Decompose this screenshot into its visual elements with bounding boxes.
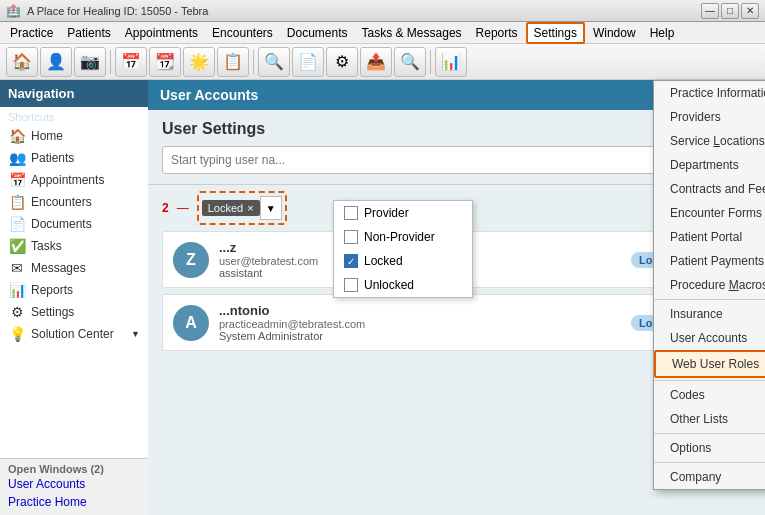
menu-item-patient-portal[interactable]: Patient Portal [654,225,765,249]
toolbar-home[interactable]: 🏠 [6,47,38,77]
menu-item-practice-information[interactable]: Practice Information [654,81,765,105]
encounters-icon: 📋 [8,194,26,210]
menu-item-codes[interactable]: Codes ▶ [654,383,765,407]
sidebar-item-documents[interactable]: 📄 Documents [0,213,148,235]
menu-separator [654,462,765,463]
sidebar-item-settings[interactable]: ⚙ Settings [0,301,148,323]
toolbar-search-patient[interactable]: 🔍 [258,47,290,77]
toolbar-appt[interactable]: 📋 [217,47,249,77]
filter-option-unlocked[interactable]: Unlocked [334,273,472,297]
menu-item-patient-payments[interactable]: Patient Payments [654,249,765,273]
filter-option-non-provider[interactable]: Non-Provider [334,225,472,249]
menu-item-user-accounts[interactable]: User Accounts [654,326,765,350]
menu-item-procedure-macros[interactable]: Procedure Macros [654,273,765,297]
menu-item-departments[interactable]: Departments [654,153,765,177]
filter-step-label: 2 [162,201,169,215]
settings-icon: ⚙ [8,304,26,320]
sidebar: Navigation Shortcuts 🏠 Home 👥 Patients 📅… [0,80,148,515]
toolbar-doc[interactable]: 📄 [292,47,324,77]
menu-window[interactable]: Window [587,24,642,42]
menu-item-options[interactable]: Options ▶ [654,436,765,460]
minimize-button[interactable]: — [701,3,719,19]
toolbar-schedule[interactable]: 📅 [115,47,147,77]
menu-encounters[interactable]: Encounters [206,24,279,42]
toolbar-patient[interactable]: 👤 [40,47,72,77]
filter-dash: — [177,201,189,215]
menu-item-company[interactable]: Company ▶ [654,465,765,489]
sidebar-item-tasks[interactable]: ✅ Tasks [0,235,148,257]
content-title: User Accounts [160,87,258,103]
toolbar-upload[interactable]: 📤 [360,47,392,77]
open-window-practice-home[interactable]: Practice Home [8,493,140,511]
filter-options-popup: Provider Non-Provider ✓ Locked Unlocked [333,200,473,298]
toolbar-calendar[interactable]: 📆 [149,47,181,77]
sidebar-item-home-label: Home [31,129,63,143]
menu-help[interactable]: Help [644,24,681,42]
menu-item-insurance[interactable]: Insurance ▶ [654,302,765,326]
menu-item-other-lists[interactable]: Other Lists ▶ [654,407,765,431]
sidebar-item-solution-center[interactable]: 💡 Solution Center ▼ [0,323,148,345]
avatar: A [173,305,209,341]
toolbar-lock[interactable]: ⚙ [326,47,358,77]
menu-separator [654,433,765,434]
user-info: ...ntonio practiceadmin@tebratest.com Sy… [219,303,621,342]
window-controls[interactable]: — □ ✕ [701,3,759,19]
menu-reports[interactable]: Reports [470,24,524,42]
filter-option-locked[interactable]: ✓ Locked [334,249,472,273]
filter-tag-locked[interactable]: Locked × [202,200,260,216]
user-search-input[interactable] [162,146,681,174]
toolbar-photo[interactable]: 📷 [74,47,106,77]
toolbar: 🏠 👤 📷 📅 📆 🌟 📋 🔍 📄 ⚙ 📤 🔍 📊 [0,44,765,80]
menu-settings[interactable]: Settings [526,22,585,44]
sidebar-item-tasks-label: Tasks [31,239,62,253]
toolbar-service[interactable]: 🌟 [183,47,215,77]
menu-item-encounter-forms[interactable]: Encounter Forms [654,201,765,225]
solution-center-icon: 💡 [8,326,26,342]
maximize-button[interactable]: □ [721,3,739,19]
menu-bar: Practice Patients Appointments Encounter… [0,22,765,44]
messages-icon: ✉ [8,260,26,276]
app-icon: 🏥 [6,4,21,18]
sidebar-item-appointments-label: Appointments [31,173,104,187]
sidebar-item-home[interactable]: 🏠 Home [0,125,148,147]
sidebar-item-reports[interactable]: 📊 Reports [0,279,148,301]
menu-patients[interactable]: Patients [61,24,116,42]
sidebar-item-documents-label: Documents [31,217,92,231]
provider-checkbox[interactable] [344,206,358,220]
home-icon: 🏠 [8,128,26,144]
unlocked-label: Unlocked [364,278,414,292]
open-window-user-accounts[interactable]: User Accounts [8,475,140,493]
provider-label: Provider [364,206,409,220]
menu-tasks-messages[interactable]: Tasks & Messages [356,24,468,42]
sidebar-item-messages[interactable]: ✉ Messages [0,257,148,279]
menu-practice[interactable]: Practice [4,24,59,42]
sidebar-item-appointments[interactable]: 📅 Appointments [0,169,148,191]
menu-item-providers[interactable]: Providers [654,105,765,129]
menu-item-contracts-fees[interactable]: Contracts and Fees [654,177,765,201]
sidebar-item-encounters-label: Encounters [31,195,92,209]
toolbar-extra[interactable]: 📊 [435,47,467,77]
toolbar-search2[interactable]: 🔍 [394,47,426,77]
filter-tag-close-icon[interactable]: × [247,202,253,214]
sidebar-item-encounters[interactable]: 📋 Encounters [0,191,148,213]
close-window-button[interactable]: ✕ [741,3,759,19]
locked-checkbox[interactable]: ✓ [344,254,358,268]
menu-separator [654,380,765,381]
sidebar-item-patients[interactable]: 👥 Patients [0,147,148,169]
menu-item-web-user-roles[interactable]: Web User Roles [654,350,765,378]
sidebar-item-patients-label: Patients [31,151,74,165]
locked-label: Locked [364,254,403,268]
filter-option-provider[interactable]: Provider [334,201,472,225]
appointments-icon: 📅 [8,172,26,188]
menu-item-service-locations[interactable]: Service Locations [654,129,765,153]
filter-dropdown[interactable]: Locked × ▼ [202,196,282,220]
non-provider-checkbox[interactable] [344,230,358,244]
user-email: practiceadmin@tebratest.com [219,318,621,330]
sidebar-header: Navigation [0,80,148,107]
content-area: User Accounts ✕ User Settings + User 2 —… [148,80,765,515]
menu-appointments[interactable]: Appointments [119,24,204,42]
menu-documents[interactable]: Documents [281,24,354,42]
filter-dropdown-box[interactable]: Locked × ▼ [197,191,287,225]
filter-dropdown-toggle[interactable]: ▼ [260,196,282,220]
unlocked-checkbox[interactable] [344,278,358,292]
